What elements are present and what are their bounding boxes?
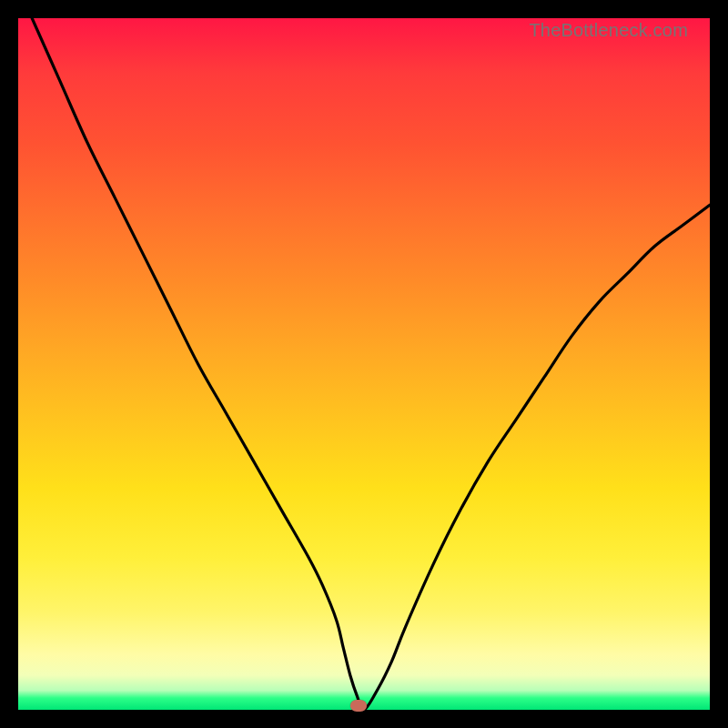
optimum-marker	[350, 700, 367, 712]
plot-area: TheBottleneck.com	[18, 18, 710, 710]
chart-frame: TheBottleneck.com	[0, 0, 728, 728]
bottleneck-curve	[18, 18, 710, 710]
curve-path	[32, 18, 710, 710]
